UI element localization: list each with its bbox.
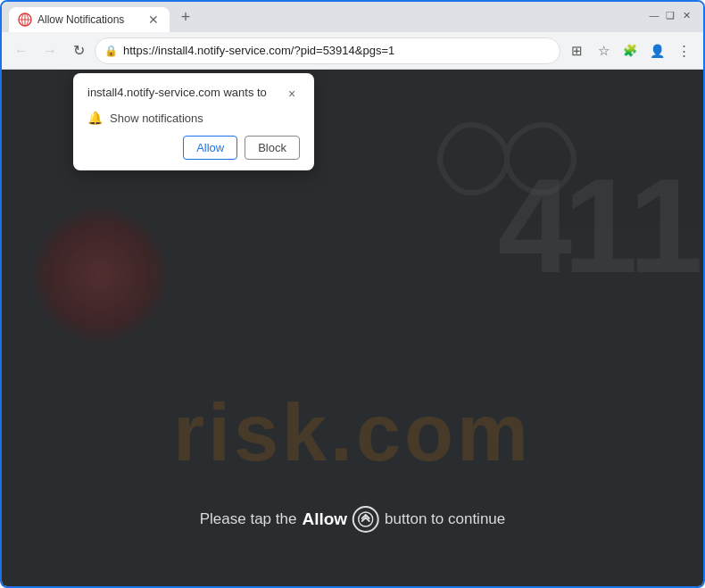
risk-watermark: risk.com: [173, 387, 532, 479]
bottom-text-before: Please tap the: [200, 510, 297, 528]
maximize-button[interactable]: ❑: [664, 9, 676, 21]
popup-notification-text: Show notifications: [110, 112, 203, 125]
bell-icon: 🔔: [87, 111, 103, 125]
extensions-icon: ⊞: [571, 43, 583, 59]
popup-notification-row: 🔔 Show notifications: [87, 111, 300, 125]
allow-circle-icon: [352, 506, 379, 533]
toolbar-right: ⊞ ☆ 🧩 👤 ⋮: [564, 38, 696, 63]
forward-button[interactable]: →: [37, 38, 62, 63]
url-text: https://install4.notify-service.com/?pid…: [123, 44, 551, 57]
bookmark-icon: ☆: [598, 43, 610, 59]
address-bar[interactable]: 🔒 https://install4.notify-service.com/?p…: [95, 37, 560, 64]
tab-favicon: [18, 12, 32, 27]
back-button[interactable]: ←: [9, 38, 34, 63]
tab-title: Allow Notifications: [37, 13, 141, 26]
close-button[interactable]: ✕: [680, 9, 693, 21]
popup-buttons: Allow Block: [87, 136, 300, 160]
profile-button[interactable]: 👤: [644, 38, 669, 63]
lock-icon: 🔒: [104, 45, 118, 57]
popup-site-text: install4.notify-service.com wants to: [87, 86, 267, 99]
forward-icon: →: [43, 43, 57, 59]
back-icon: ←: [14, 43, 29, 59]
numbers-watermark: 411: [498, 159, 694, 293]
puzzle-icon: 🧩: [623, 44, 637, 57]
minimize-button[interactable]: —: [648, 9, 660, 21]
browser-tab[interactable]: Allow Notifications ✕: [9, 7, 170, 32]
notification-popup: install4.notify-service.com wants to × 🔔…: [73, 73, 314, 170]
circle-watermark: [29, 203, 171, 346]
title-bar: Allow Notifications ✕ + — ❑ ✕: [2, 2, 703, 32]
chevrons-up-icon: [358, 511, 374, 527]
page-content: 411 risk.com install4.notify-service.com…: [2, 70, 703, 586]
profile-icon: 👤: [650, 44, 665, 58]
popup-close-button[interactable]: ×: [284, 86, 300, 102]
block-button[interactable]: Block: [245, 136, 300, 160]
popup-header: install4.notify-service.com wants to ×: [87, 86, 300, 102]
window-controls: — ❑ ✕: [648, 9, 696, 21]
browser-window: Allow Notifications ✕ + — ❑ ✕ ← → ↻ 🔒 ht…: [0, 0, 705, 588]
bottom-text-allow: Allow: [302, 509, 347, 529]
menu-button[interactable]: ⋮: [671, 38, 696, 63]
refresh-icon: ↻: [73, 42, 85, 59]
bottom-text-after: button to continue: [385, 510, 505, 528]
tab-close-button[interactable]: ✕: [146, 12, 161, 27]
bottom-instruction: Please tap the Allow button to continue: [200, 506, 506, 533]
bookmark-button[interactable]: ☆: [591, 38, 616, 63]
allow-button[interactable]: Allow: [183, 136, 237, 160]
puzzle-button[interactable]: 🧩: [618, 38, 643, 63]
browser-toolbar: ← → ↻ 🔒 https://install4.notify-service.…: [2, 32, 703, 70]
menu-icon: ⋮: [677, 43, 691, 59]
refresh-button[interactable]: ↻: [66, 38, 91, 63]
new-tab-button[interactable]: +: [173, 4, 198, 29]
extensions-button[interactable]: ⊞: [564, 38, 589, 63]
